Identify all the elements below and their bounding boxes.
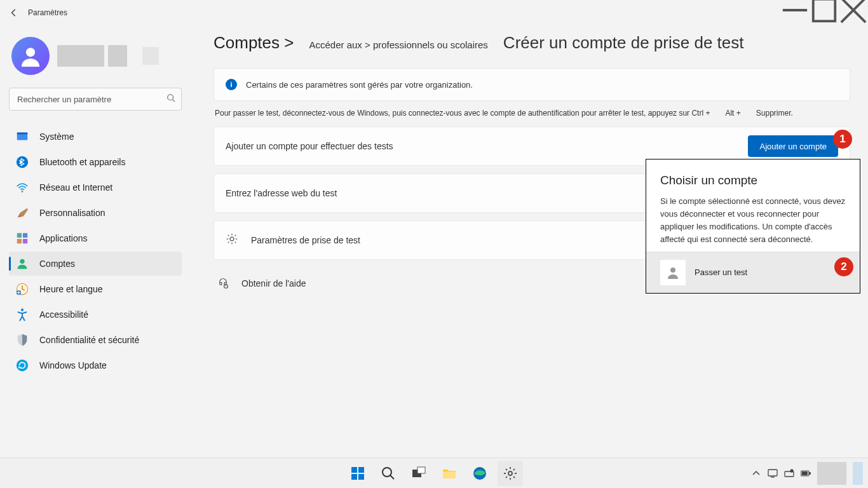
svg-rect-39 [810, 472, 811, 474]
sidebar-item-time[interactable]: Heure et langue [9, 277, 182, 301]
svg-point-13 [20, 259, 24, 264]
taskbar-search-button[interactable] [376, 461, 401, 486]
user-icon [20, 45, 41, 67]
maximize-button[interactable] [810, 0, 839, 20]
svg-rect-25 [351, 474, 357, 480]
bluetooth-icon [15, 155, 29, 169]
edge-button[interactable] [467, 461, 492, 486]
svg-point-33 [508, 471, 512, 475]
svg-point-22 [670, 268, 675, 273]
sidebar: Système Bluetooth et appareils Réseau et… [0, 25, 191, 458]
task-view-button[interactable] [406, 461, 431, 486]
system-icon [15, 130, 29, 144]
popup-title: Choisir un compte [660, 173, 846, 187]
svg-rect-30 [417, 467, 425, 473]
svg-rect-26 [358, 474, 364, 480]
svg-point-18 [17, 360, 28, 371]
svg-point-37 [790, 470, 793, 472]
file-explorer-button[interactable] [437, 461, 462, 486]
svg-point-8 [22, 191, 24, 193]
breadcrumb-accounts[interactable]: Comptes > [214, 33, 294, 53]
svg-point-17 [21, 309, 24, 311]
svg-rect-24 [358, 467, 364, 473]
user-icon [665, 265, 681, 280]
sidebar-item-personalization[interactable]: Personnalisation [9, 201, 182, 225]
nav-label: Accessibilité [39, 309, 88, 320]
brush-icon [15, 206, 29, 220]
add-account-button[interactable]: Ajouter un compte [748, 135, 838, 157]
update-icon [15, 358, 29, 372]
apps-icon [15, 231, 29, 245]
close-icon [839, 0, 868, 25]
svg-rect-11 [17, 239, 22, 243]
help-label: Obtenir de l'aide [241, 278, 306, 288]
nav-label: Personnalisation [39, 208, 105, 218]
popup-account-item[interactable]: Passer un test 2 [646, 252, 860, 293]
start-button[interactable] [345, 461, 370, 486]
wifi-icon [15, 180, 29, 194]
accounts-icon [15, 257, 29, 271]
avatar [11, 37, 50, 75]
svg-rect-12 [23, 239, 27, 243]
svg-point-7 [17, 156, 28, 168]
chevron-up-icon [751, 468, 761, 478]
card-label: Ajouter un compte pour effectuer des tes… [226, 141, 748, 151]
sidebar-item-system[interactable]: Système [9, 125, 182, 149]
org-managed-banner: i Certains de ces paramètres sont gérés … [214, 68, 850, 101]
gear-icon [503, 466, 518, 481]
task-view-icon [411, 466, 426, 481]
maximize-icon [810, 0, 839, 25]
callout-2: 2 [834, 257, 853, 276]
sidebar-item-network[interactable]: Réseau et Internet [9, 175, 182, 200]
sidebar-item-bluetooth[interactable]: Bluetooth et appareils [9, 150, 182, 174]
nav-label: Heure et langue [39, 284, 103, 294]
windows-logo-icon [350, 466, 365, 481]
minimize-icon [780, 0, 810, 25]
svg-rect-9 [17, 233, 22, 238]
profile-block[interactable] [11, 37, 179, 75]
page-title: Créer un compte de prise de test [503, 33, 744, 53]
arrow-left-icon [10, 8, 18, 17]
minimize-button[interactable] [780, 0, 810, 20]
gear-icon [226, 233, 238, 248]
search-icon [381, 466, 396, 481]
sidebar-item-accounts[interactable]: Comptes [9, 252, 182, 276]
nav-label: Réseau et Internet [39, 182, 112, 193]
sidebar-item-accessibility[interactable]: Accessibilité [9, 302, 182, 327]
nav: Système Bluetooth et appareils Réseau et… [9, 125, 182, 377]
notification-center-button[interactable] [853, 462, 863, 485]
svg-rect-40 [802, 471, 807, 475]
banner-text: Certains de ces paramètres sont gérés pa… [246, 80, 473, 90]
account-avatar [660, 260, 686, 285]
svg-line-4 [173, 100, 175, 102]
keyboard-icon [784, 468, 794, 478]
profile-name-redacted [57, 45, 159, 67]
svg-rect-10 [23, 233, 27, 238]
taskbar-clock-redacted[interactable] [817, 462, 846, 485]
nav-label: Confidentialité et sécurité [39, 335, 139, 345]
close-button[interactable] [839, 0, 868, 20]
back-button[interactable] [5, 4, 23, 22]
svg-rect-31 [443, 471, 456, 478]
svg-point-2 [26, 48, 35, 57]
settings-taskbar-button[interactable] [498, 461, 523, 486]
instruction-text: Pour passer le test, déconnectez-vous de… [215, 109, 849, 118]
nav-label: Windows Update [39, 360, 107, 370]
svg-point-19 [230, 237, 234, 241]
callout-1: 1 [833, 130, 852, 149]
sidebar-item-apps[interactable]: Applications [9, 226, 182, 250]
system-tray[interactable] [751, 468, 811, 478]
sidebar-item-privacy[interactable]: Confidentialité et sécurité [9, 328, 182, 352]
monitor-icon [768, 468, 778, 478]
svg-rect-1 [813, 0, 836, 21]
battery-icon [801, 468, 811, 478]
account-label: Passer un test [695, 268, 747, 277]
breadcrumb-access[interactable]: Accéder aux > professionnels ou scolaire… [309, 39, 487, 50]
breadcrumb: Comptes > Accéder aux > professionnels o… [214, 33, 850, 53]
svg-line-28 [390, 475, 394, 479]
nav-label: Système [39, 132, 74, 142]
nav-label: Comptes [39, 259, 75, 269]
help-icon: ? [217, 278, 229, 289]
search-input[interactable] [9, 88, 182, 111]
sidebar-item-update[interactable]: Windows Update [9, 353, 182, 377]
